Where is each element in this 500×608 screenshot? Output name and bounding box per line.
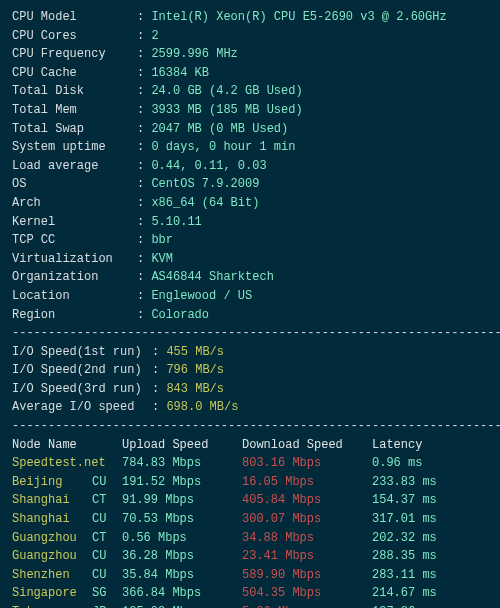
latency: 154.37 ms <box>372 491 437 510</box>
iospeed-label: I/O Speed(3rd run) <box>12 380 152 399</box>
latency: 283.11 ms <box>372 566 437 585</box>
colon: : <box>137 122 151 136</box>
sysinfo-label: OS <box>12 175 137 194</box>
iospeed-label: I/O Speed(1st run) <box>12 343 152 362</box>
col-upload: Upload Speed <box>122 436 242 455</box>
node-name: Speedtest.net <box>12 454 122 473</box>
sysinfo-value: 24.0 GB (4.2 GB Used) <box>151 84 302 98</box>
sysinfo-row: CPU Frequency : 2599.996 MHz <box>12 45 488 64</box>
colon: : <box>137 10 151 24</box>
colon: : <box>137 140 151 154</box>
sysinfo-row: Virtualization : KVM <box>12 250 488 269</box>
node-tag: CU <box>92 510 122 529</box>
sysinfo-label: CPU Frequency <box>12 45 137 64</box>
speedtest-row: ShanghaiCU70.53 Mbps300.07 Mbps317.01 ms <box>12 510 488 529</box>
divider: ----------------------------------------… <box>12 417 488 436</box>
sysinfo-label: Region <box>12 306 137 325</box>
colon: : <box>137 47 151 61</box>
sysinfo-value: 3933 MB (185 MB Used) <box>151 103 302 117</box>
upload-speed: 125.02 Mbps <box>122 603 242 608</box>
sysinfo-value: CentOS 7.9.2009 <box>151 177 259 191</box>
sysinfo-value: KVM <box>151 252 173 266</box>
sysinfo-row: Region : Colorado <box>12 306 488 325</box>
speedtest-header: Node NameUpload SpeedDownload SpeedLaten… <box>12 436 488 455</box>
sysinfo-row: OS : CentOS 7.9.2009 <box>12 175 488 194</box>
node-name: Shanghai <box>12 510 92 529</box>
sysinfo-label: CPU Cache <box>12 64 137 83</box>
latency: 233.83 ms <box>372 473 437 492</box>
node-tag: CT <box>92 491 122 510</box>
sysinfo-label: Virtualization <box>12 250 137 269</box>
col-download: Download Speed <box>242 436 372 455</box>
node-tag: SG <box>92 584 122 603</box>
node-name: Singapore <box>12 584 92 603</box>
sysinfo-value: bbr <box>151 233 173 247</box>
sysinfo-label: Organization <box>12 268 137 287</box>
iospeed-value: 843 MB/s <box>166 382 224 396</box>
colon: : <box>137 177 151 191</box>
upload-speed: 36.28 Mbps <box>122 547 242 566</box>
colon: : <box>137 159 151 173</box>
colon: : <box>137 84 151 98</box>
iospeed-row: I/O Speed(3rd run): 843 MB/s <box>12 380 488 399</box>
sysinfo-label: Total Swap <box>12 120 137 139</box>
node-name: Shenzhen <box>12 566 92 585</box>
latency: 288.35 ms <box>372 547 437 566</box>
speedtest-row: TokyoJP125.02 Mbps5.06 Mbps137.86 ms <box>12 603 488 608</box>
speedtest-row: ShanghaiCT91.99 Mbps405.84 Mbps154.37 ms <box>12 491 488 510</box>
node-name: Beijing <box>12 473 92 492</box>
iospeed-value: 455 MB/s <box>166 345 224 359</box>
sysinfo-label: Location <box>12 287 137 306</box>
colon: : <box>137 215 151 229</box>
sysinfo-label: CPU Cores <box>12 27 137 46</box>
sysinfo-row: CPU Cores : 2 <box>12 27 488 46</box>
node-name: Guangzhou <box>12 529 92 548</box>
sysinfo-label: TCP CC <box>12 231 137 250</box>
iospeed-value: 698.0 MB/s <box>166 400 238 414</box>
node-tag: JP <box>92 603 122 608</box>
colon: : <box>137 196 151 210</box>
sysinfo-value: 16384 KB <box>151 66 209 80</box>
download-speed: 16.05 Mbps <box>242 473 372 492</box>
sysinfo-row: Arch : x86_64 (64 Bit) <box>12 194 488 213</box>
download-speed: 405.84 Mbps <box>242 491 372 510</box>
colon: : <box>137 103 151 117</box>
upload-speed: 191.52 Mbps <box>122 473 242 492</box>
node-tag: CT <box>92 529 122 548</box>
sysinfo-value: 2 <box>151 29 158 43</box>
iospeed-row: I/O Speed(2nd run): 796 MB/s <box>12 361 488 380</box>
upload-speed: 784.83 Mbps <box>122 454 242 473</box>
upload-speed: 91.99 Mbps <box>122 491 242 510</box>
sysinfo-label: Total Disk <box>12 82 137 101</box>
terminal-output: CPU Model : Intel(R) Xeon(R) CPU E5-2690… <box>12 8 488 608</box>
sysinfo-label: Load average <box>12 157 137 176</box>
sysinfo-value: 0.44, 0.11, 0.03 <box>151 159 266 173</box>
download-speed: 300.07 Mbps <box>242 510 372 529</box>
sysinfo-label: Total Mem <box>12 101 137 120</box>
speedtest-row: Speedtest.net784.83 Mbps803.16 Mbps0.96 … <box>12 454 488 473</box>
colon: : <box>137 233 151 247</box>
sysinfo-row: Total Disk : 24.0 GB (4.2 GB Used) <box>12 82 488 101</box>
download-speed: 5.06 Mbps <box>242 603 372 608</box>
sysinfo-row: Kernel : 5.10.11 <box>12 213 488 232</box>
colon: : <box>152 363 166 377</box>
download-speed: 803.16 Mbps <box>242 454 372 473</box>
colon: : <box>137 252 151 266</box>
sysinfo-value: Englewood / US <box>151 289 252 303</box>
upload-speed: 366.84 Mbps <box>122 584 242 603</box>
colon: : <box>137 66 151 80</box>
sysinfo-row: System uptime : 0 days, 0 hour 1 min <box>12 138 488 157</box>
sysinfo-value: AS46844 Sharktech <box>151 270 273 284</box>
colon: : <box>152 400 166 414</box>
iospeed-label: Average I/O speed <box>12 398 152 417</box>
node-name: Shanghai <box>12 491 92 510</box>
colon: : <box>137 289 151 303</box>
upload-speed: 0.56 Mbps <box>122 529 242 548</box>
sysinfo-value: 2599.996 MHz <box>151 47 237 61</box>
colon: : <box>137 29 151 43</box>
speedtest-row: ShenzhenCU35.84 Mbps589.90 Mbps283.11 ms <box>12 566 488 585</box>
node-name: Guangzhou <box>12 547 92 566</box>
sysinfo-row: Location : Englewood / US <box>12 287 488 306</box>
upload-speed: 70.53 Mbps <box>122 510 242 529</box>
sysinfo-row: TCP CC : bbr <box>12 231 488 250</box>
